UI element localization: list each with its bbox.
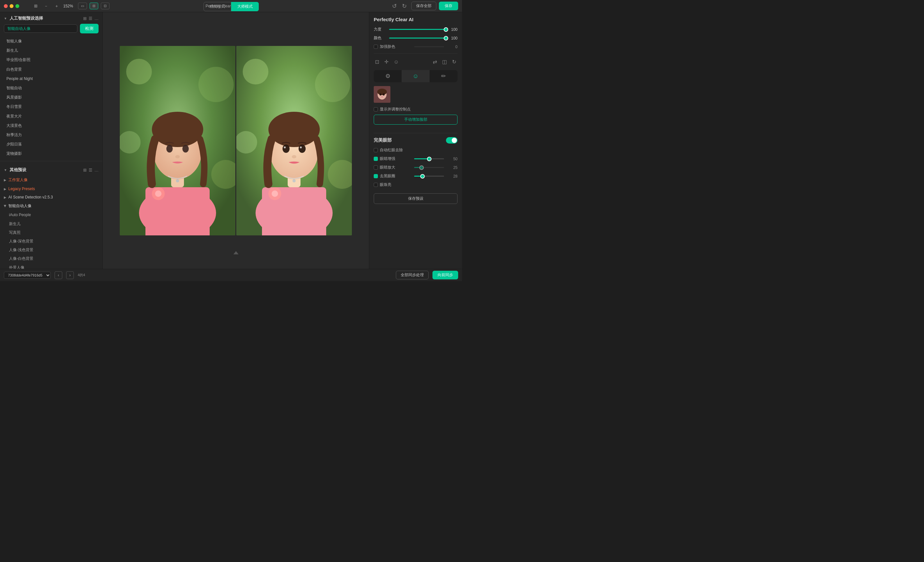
list-item[interactable]: 宠物摄影: [0, 149, 102, 158]
slider-knob[interactable]: [444, 27, 448, 32]
grid-icon[interactable]: ⊞: [83, 168, 87, 173]
slider-knob[interactable]: [427, 157, 432, 161]
flip-icon[interactable]: ⇄: [432, 57, 438, 66]
list-item[interactable]: 秋季活力: [0, 131, 102, 140]
face-icon[interactable]: ☺: [392, 58, 400, 66]
eye-enhance-checkbox[interactable]: [374, 157, 378, 161]
color-slider[interactable]: [389, 36, 446, 41]
color-slider-row: 颜色 100: [374, 35, 458, 41]
list-item[interactable]: 外景人像: [0, 263, 102, 269]
master-mode-btn[interactable]: 大师模式: [231, 2, 259, 11]
eye-toggle[interactable]: [446, 137, 458, 144]
slider-knob[interactable]: [419, 165, 424, 170]
ai-scene-item[interactable]: ▶ AI Scene Detection v2.5.3: [0, 193, 102, 201]
list-item[interactable]: 冬日雪景: [0, 102, 102, 111]
preset-select[interactable]: 智能自动人像: [4, 24, 77, 33]
save-preset-button[interactable]: 保存预设: [374, 193, 458, 204]
dark-circles-checkbox[interactable]: [374, 174, 378, 178]
legacy-presets-item[interactable]: ▶ Legacy Presets: [0, 185, 102, 193]
minus-btn[interactable]: －: [42, 2, 50, 10]
more-icon[interactable]: …: [94, 16, 99, 21]
force-slider[interactable]: [389, 27, 446, 32]
forward-sync-button[interactable]: 向前同步: [432, 271, 458, 279]
sync-all-button[interactable]: 全部同步处理: [396, 271, 429, 279]
eye-zoom-slider[interactable]: [414, 165, 444, 170]
maximize-btn[interactable]: [15, 4, 19, 8]
slider-knob[interactable]: [420, 174, 425, 179]
dark-circles-slider[interactable]: [414, 174, 444, 179]
list-icon[interactable]: ☰: [88, 16, 93, 21]
adjust-icon[interactable]: ◫: [441, 57, 448, 66]
list-item[interactable]: 人像-浅色背景: [0, 246, 102, 254]
brush-tab[interactable]: ✏: [430, 70, 458, 82]
enhance-skin-slider[interactable]: [414, 45, 444, 49]
close-btn[interactable]: [4, 4, 8, 8]
show-controls-row: 显示并调整控制点: [374, 107, 458, 112]
redo-btn[interactable]: ↻: [400, 2, 409, 10]
eye-zoom-checkbox[interactable]: [374, 165, 378, 170]
list-item[interactable]: 大漠景色: [0, 121, 102, 131]
preset-list: 智能人像 新生儿 毕业照/合影照 白色背景 People at Night 智能…: [0, 37, 102, 158]
face-thumbnail: [374, 86, 390, 103]
eye-brightness-checkbox[interactable]: [374, 183, 378, 187]
list-item[interactable]: 智能人像: [0, 37, 102, 46]
list-item[interactable]: 人像-白色背景: [0, 254, 102, 263]
list-item[interactable]: 新生儿: [0, 220, 102, 228]
detect-button[interactable]: 检测: [80, 24, 99, 33]
toolbar-controls: ⊞ － ＋ 152% ▭ ⊟ ⊡: [32, 2, 110, 10]
studio-portrait-item[interactable]: ▶ 工作室人像: [0, 175, 102, 185]
more-icon[interactable]: …: [94, 168, 99, 173]
chevron-right-icon: ▶: [4, 178, 6, 182]
list-item[interactable]: 夜景大片: [0, 112, 102, 121]
list-item[interactable]: 新生儿: [0, 46, 102, 55]
show-controls-checkbox[interactable]: [374, 107, 378, 111]
crop-icon[interactable]: ⊡: [374, 57, 381, 66]
compare-view-btn[interactable]: ⊡: [101, 3, 110, 9]
undo-btn[interactable]: ↺: [390, 2, 399, 10]
enhance-skin-row: 加强肤色 0: [374, 44, 458, 50]
enhance-skin-label: 加强肤色: [380, 44, 410, 50]
auto-redeye-checkbox[interactable]: [374, 148, 378, 152]
single-view-btn[interactable]: ▭: [78, 3, 87, 9]
list-item[interactable]: 智能自动: [0, 84, 102, 93]
save-button[interactable]: 保存: [439, 2, 458, 10]
slider-knob[interactable]: [444, 36, 448, 41]
list-icon[interactable]: ☰: [88, 168, 93, 173]
page-info: 4的4: [78, 273, 85, 278]
list-item[interactable]: iAuto People: [0, 211, 102, 219]
prev-btn[interactable]: ‹: [55, 271, 62, 279]
minimize-btn[interactable]: [10, 4, 14, 8]
add-face-button[interactable]: 手动增加脸部: [374, 115, 458, 125]
split-view-btn[interactable]: ⊟: [90, 3, 98, 9]
list-item[interactable]: 人像-深色背景: [0, 237, 102, 246]
save-all-button[interactable]: 保存全部: [411, 2, 436, 10]
studio-portrait-label: 工作室人像: [8, 177, 28, 183]
sliders-tab[interactable]: ⚙: [374, 70, 402, 82]
list-item-people-at-night[interactable]: People at Night: [0, 74, 102, 84]
svg-point-25: [268, 112, 320, 147]
rotate-icon[interactable]: ↻: [451, 57, 458, 66]
next-btn[interactable]: ›: [66, 271, 74, 279]
eye-enhance-slider[interactable]: [414, 157, 444, 161]
plus-btn[interactable]: ＋: [52, 2, 61, 10]
svg-point-15: [155, 191, 162, 197]
smart-auto-item[interactable]: ▶ 智能自动人像: [0, 201, 102, 211]
chevron-down-icon: ▼: [4, 17, 7, 20]
file-dropdown[interactable]: 7308dde4d4fe7916d5: [4, 272, 51, 279]
other-presets-header: ▼ 其他预设 ⊞ ☰ …: [0, 164, 102, 175]
transform-icon[interactable]: ✛: [383, 57, 390, 66]
list-item[interactable]: 风景摄影: [0, 93, 102, 102]
simple-mode-btn[interactable]: 精简模式: [204, 2, 231, 11]
list-item[interactable]: 写真照: [0, 228, 102, 237]
list-item[interactable]: 毕业照/合影照: [0, 55, 102, 65]
ai-presets-header: ▼ 人工智能预设选择 ⊞ ☰ …: [0, 12, 102, 24]
face-tab[interactable]: ☺: [402, 70, 430, 82]
auto-redeye-row: 自动红眼去除: [374, 147, 458, 153]
enhance-skin-checkbox[interactable]: [374, 45, 378, 49]
grid-icon[interactable]: ⊞: [83, 16, 87, 21]
list-item[interactable]: 夕阳日落: [0, 140, 102, 149]
layout-icon[interactable]: ⊞: [32, 2, 39, 10]
force-slider-row: 力度 100: [374, 27, 458, 32]
list-item[interactable]: 白色背景: [0, 65, 102, 74]
svg-point-17: [243, 59, 268, 84]
